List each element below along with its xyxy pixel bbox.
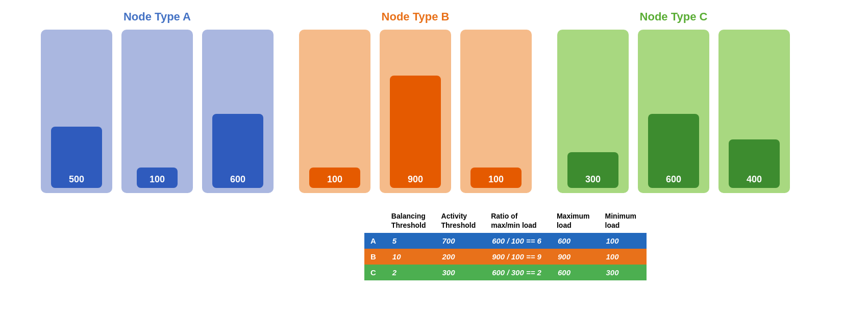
table-cell-1-0: B — [364, 249, 386, 265]
table-header-2: ActivityThreshold — [436, 208, 486, 233]
table-cell-2-4: 600 — [552, 265, 600, 280]
table-cell-1-4: 900 — [552, 249, 600, 265]
bar-inner-2-2: 400 — [729, 139, 780, 188]
bar-container-2-0: 300 — [557, 30, 629, 193]
table-header-5: Minimumload — [600, 208, 647, 233]
data-table: BalancingThresholdActivityThresholdRatio… — [364, 208, 647, 280]
bar-inner-1-2: 100 — [470, 168, 522, 188]
bar-inner-0-2: 600 — [212, 114, 263, 188]
node-group-1: Node Type B100900100 — [299, 10, 532, 193]
table-cell-0-2: 700 — [436, 233, 486, 249]
node-group-title-1: Node Type B — [382, 10, 450, 23]
table-cell-2-0: C — [364, 265, 386, 280]
table-cell-0-1: 5 — [386, 233, 436, 249]
table-cell-2-1: 2 — [386, 265, 436, 280]
bar-container-2-1: 600 — [638, 30, 709, 193]
bar-label-0-1: 100 — [150, 174, 165, 185]
table-cell-0-5: 100 — [600, 233, 647, 249]
bar-container-2-2: 400 — [718, 30, 790, 193]
table-row-c: C2300600 / 300 == 2600300 — [364, 265, 647, 280]
table-section: BalancingThresholdActivityThresholdRatio… — [0, 208, 868, 280]
table-cell-0-0: A — [364, 233, 386, 249]
table-cell-1-3: 900 / 100 == 9 — [486, 249, 552, 265]
bar-container-1-0: 100 — [299, 30, 370, 193]
node-bars-0: 500100600 — [41, 30, 274, 193]
bar-container-0-1: 100 — [121, 30, 193, 193]
table-header-1: BalancingThreshold — [386, 208, 436, 233]
bar-inner-2-1: 600 — [648, 114, 699, 188]
bar-label-0-0: 500 — [69, 174, 84, 185]
bar-container-1-2: 100 — [460, 30, 532, 193]
main-container: Node Type A500100600Node Type B100900100… — [0, 0, 868, 310]
table-cell-1-1: 10 — [386, 249, 436, 265]
table-cell-0-3: 600 / 100 == 6 — [486, 233, 552, 249]
node-group-title-0: Node Type A — [123, 10, 191, 23]
table-cell-2-5: 300 — [600, 265, 647, 280]
bar-label-2-2: 400 — [747, 174, 762, 185]
table-header-4: Maximumload — [552, 208, 600, 233]
bar-inner-0-1: 100 — [137, 168, 178, 188]
table-cell-2-3: 600 / 300 == 2 — [486, 265, 552, 280]
bar-inner-0-0: 500 — [51, 127, 102, 188]
charts-section: Node Type A500100600Node Type B100900100… — [0, 10, 868, 193]
bar-label-1-0: 100 — [327, 174, 342, 185]
table-header-0 — [364, 208, 386, 233]
node-group-title-2: Node Type C — [640, 10, 708, 23]
table-cell-2-2: 300 — [436, 265, 486, 280]
bar-inner-1-1: 900 — [390, 76, 441, 188]
bar-label-1-2: 100 — [488, 174, 504, 185]
node-group-0: Node Type A500100600 — [41, 10, 274, 193]
table-header-3: Ratio ofmax/min load — [486, 208, 552, 233]
bar-label-2-1: 600 — [666, 174, 681, 185]
bar-container-1-1: 900 — [380, 30, 451, 193]
bar-label-2-0: 300 — [585, 174, 601, 185]
bar-inner-1-0: 100 — [309, 168, 360, 188]
bar-label-0-2: 600 — [230, 174, 245, 185]
table-cell-1-5: 100 — [600, 249, 647, 265]
table-row-a: A5700600 / 100 == 6600100 — [364, 233, 647, 249]
table-cell-0-4: 600 — [552, 233, 600, 249]
table-row-b: B10200900 / 100 == 9900100 — [364, 249, 647, 265]
bar-container-0-0: 500 — [41, 30, 112, 193]
node-bars-2: 300600400 — [557, 30, 790, 193]
bar-label-1-1: 900 — [408, 174, 423, 185]
table-cell-1-2: 200 — [436, 249, 486, 265]
node-bars-1: 100900100 — [299, 30, 532, 193]
bar-inner-2-0: 300 — [567, 152, 618, 188]
bar-container-0-2: 600 — [202, 30, 274, 193]
node-group-2: Node Type C300600400 — [557, 10, 790, 193]
